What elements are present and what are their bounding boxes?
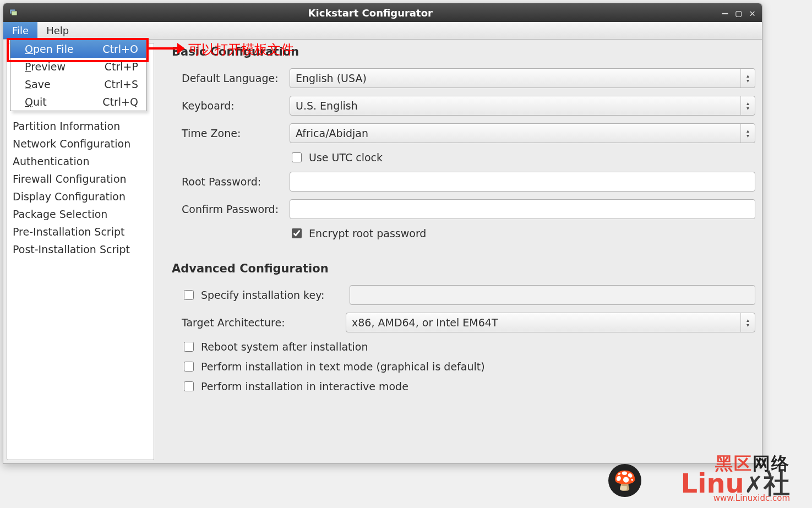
app-window: Kickstart Configurator — ▢ ✕ File Help O… <box>3 3 762 464</box>
row-confirm-password: Confirm Password: <box>182 199 755 219</box>
label-encrypt-root-password: Encrypt root password <box>309 227 426 239</box>
row-install-key: Specify installation key: <box>182 285 755 305</box>
row-root-password: Root Password: <box>182 172 755 192</box>
label-install-key: Specify installation key: <box>201 289 344 301</box>
input-install-key[interactable] <box>350 285 755 305</box>
app-icon <box>9 8 19 18</box>
advanced-config-heading: Advanced Configuration <box>172 262 755 275</box>
sidebar-item-post-installation-script[interactable]: Post-Installation Script <box>7 241 154 258</box>
row-reboot: Reboot system after installation <box>182 340 755 353</box>
menu-item-quit-shortcut: Ctrl+Q <box>102 96 138 108</box>
combo-default-language[interactable]: English (USA) ▴▾ <box>290 68 755 88</box>
content-pane: Basic Configuration Default Language: En… <box>157 40 762 463</box>
title-bar: Kickstart Configurator — ▢ ✕ <box>3 3 762 22</box>
label-interactive-mode: Perform installation in interactive mode <box>201 380 408 392</box>
combo-default-language-value: English (USA) <box>296 72 367 84</box>
file-menu-dropdown: Open File Ctrl+O Preview Ctrl+P Save Ctr… <box>10 40 146 111</box>
menu-help[interactable]: Help <box>37 22 78 39</box>
sidebar-item-display-configuration[interactable]: Display Configuration <box>7 188 154 205</box>
row-timezone: Time Zone: Africa/Abidjan ▴▾ <box>182 123 755 143</box>
menu-item-quit-hotkey: Q <box>25 96 33 108</box>
window-title: Kickstart Configurator <box>19 7 722 19</box>
checkbox-interactive-mode[interactable] <box>184 381 194 391</box>
menu-item-open-file-hotkey: O <box>25 43 33 55</box>
mushroom-glyph: 🍄 <box>613 469 636 491</box>
label-utc-clock: Use UTC clock <box>309 151 383 163</box>
checkbox-reboot[interactable] <box>184 342 194 352</box>
annotation-arrow-line <box>149 47 179 50</box>
combo-timezone[interactable]: Africa/Abidjan ▴▾ <box>290 123 755 143</box>
row-keyboard: Keyboard: U.S. English ▴▾ <box>182 96 755 116</box>
chevron-updown-icon: ▴▾ <box>740 96 755 115</box>
maximize-button[interactable]: ▢ <box>735 7 742 19</box>
sidebar-item-package-selection[interactable]: Package Selection <box>7 205 154 223</box>
minimize-button[interactable]: — <box>722 7 728 19</box>
menu-item-quit[interactable]: Quit Ctrl+Q <box>10 93 146 111</box>
label-target-arch: Target Architecture: <box>182 316 340 329</box>
checkbox-utc-clock[interactable] <box>292 152 302 162</box>
menubar: File Help <box>3 22 762 40</box>
label-reboot: Reboot system after installation <box>201 341 368 353</box>
label-keyboard: Keyboard: <box>182 100 290 112</box>
menu-item-save-label: ave <box>31 78 51 90</box>
row-encrypt-root-password: Encrypt root password <box>290 227 755 240</box>
menu-item-preview[interactable]: Preview Ctrl+P <box>10 58 146 75</box>
menu-item-save[interactable]: Save Ctrl+S <box>10 75 146 93</box>
watermark: 黑区网络 Linu✗社 www.Linuxidc.com <box>680 455 790 502</box>
input-root-password[interactable] <box>290 172 755 192</box>
combo-timezone-value: Africa/Abidjan <box>296 127 368 139</box>
chevron-updown-icon: ▴▾ <box>740 69 755 88</box>
menu-item-open-file[interactable]: Open File Ctrl+O <box>10 40 146 58</box>
combo-keyboard-value: U.S. English <box>296 100 358 112</box>
window-controls: — ▢ ✕ <box>722 7 755 19</box>
sidebar-item-network-configuration[interactable]: Network Configuration <box>7 135 154 152</box>
sidebar-item-authentication[interactable]: Authentication <box>7 152 154 170</box>
menu-file[interactable]: File <box>3 22 37 39</box>
menu-item-preview-shortcut: Ctrl+P <box>105 61 138 73</box>
checkbox-encrypt-root-password[interactable] <box>292 228 302 238</box>
label-timezone: Time Zone: <box>182 127 290 139</box>
checkbox-install-key[interactable] <box>184 290 194 300</box>
combo-target-arch-value: x86, AMD64, or Intel EM64T <box>352 316 498 329</box>
annotation-text: 可以打开模板文件 <box>188 41 294 58</box>
sidebar-item-firewall-configuration[interactable]: Firewall Configuration <box>7 170 154 188</box>
row-text-mode: Perform installation in text mode (graph… <box>182 360 755 373</box>
row-target-arch: Target Architecture: x86, AMD64, or Inte… <box>182 313 755 332</box>
svg-rect-1 <box>12 11 17 15</box>
row-interactive-mode: Perform installation in interactive mode <box>182 380 755 393</box>
chevron-updown-icon: ▴▾ <box>740 313 755 332</box>
row-utc-clock: Use UTC clock <box>290 151 755 164</box>
menu-item-preview-hotkey: P <box>25 61 31 73</box>
menu-item-open-file-label: pen File <box>33 43 74 55</box>
checkbox-text-mode[interactable] <box>184 362 194 372</box>
label-default-language: Default Language: <box>182 72 290 84</box>
menu-item-preview-label: review <box>31 61 66 73</box>
input-confirm-password[interactable] <box>290 199 755 219</box>
annotation-arrow-head <box>177 43 185 54</box>
sidebar-item-partition-information[interactable]: Partition Information <box>7 117 154 135</box>
close-button[interactable]: ✕ <box>749 7 755 19</box>
combo-keyboard[interactable]: U.S. English ▴▾ <box>290 96 755 116</box>
watermark-mushroom-icon: 🍄 <box>608 464 641 497</box>
label-text-mode: Perform installation in text mode (graph… <box>201 360 485 373</box>
menu-item-save-shortcut: Ctrl+S <box>104 78 138 90</box>
menu-item-save-hotkey: S <box>25 78 31 90</box>
sidebar-item-pre-installation-script[interactable]: Pre-Installation Script <box>7 223 154 241</box>
row-default-language: Default Language: English (USA) ▴▾ <box>182 68 755 88</box>
label-confirm-password: Confirm Password: <box>182 203 290 215</box>
menu-item-open-file-shortcut: Ctrl+O <box>102 43 138 55</box>
label-root-password: Root Password: <box>182 176 290 188</box>
chevron-updown-icon: ▴▾ <box>740 124 755 143</box>
combo-target-arch[interactable]: x86, AMD64, or Intel EM64T ▴▾ <box>346 313 755 332</box>
menu-item-quit-label: uit <box>33 96 47 108</box>
